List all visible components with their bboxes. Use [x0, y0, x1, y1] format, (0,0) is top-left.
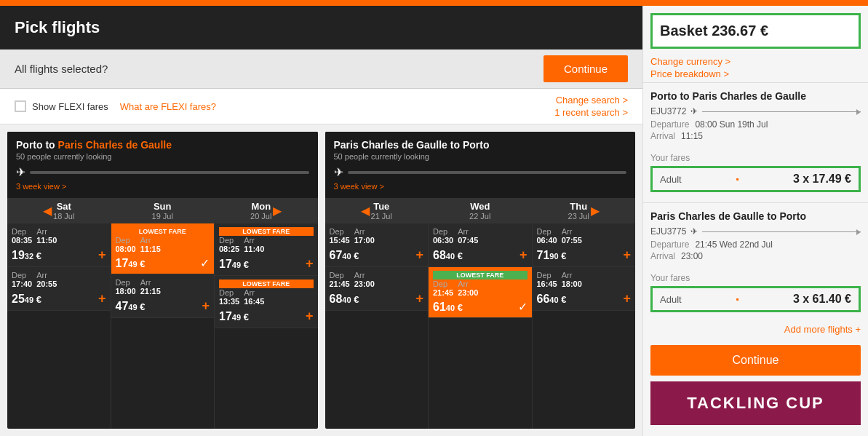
flight-slot-1-0-1[interactable]: Dep21:45 Arr23:00 6840 € + [325, 267, 429, 311]
nav-right-1-2[interactable]: ▶ [591, 204, 600, 218]
options-bar: Show FLEXI fares What are FLEXI fares? C… [0, 89, 642, 124]
booking-1-flightno: EJU3772 [650, 106, 686, 116]
continue-bottom-button[interactable]: Continue [650, 345, 861, 376]
flight-slot-0-0-0[interactable]: Dep08:35 Arr11:50 1932 € + [7, 223, 111, 267]
add-btn-0-2-0[interactable]: + [306, 256, 314, 271]
booking-2-flightno: EJU3775 [650, 226, 686, 237]
flight-slot-1-1-0[interactable]: Dep06:30 Arr07:45 6840 € + [429, 223, 532, 267]
day-header-1-1: Wed22 Jul [429, 198, 532, 223]
arrival-time-2: 23:00 [681, 251, 703, 261]
flight-slot-0-0-1[interactable]: Dep17:40 Arr20:55 2549 € + [7, 267, 111, 311]
flight-times-1-0-1: Dep21:45 Arr23:00 [330, 271, 424, 288]
recent-search-link[interactable]: 1 recent search > [554, 107, 628, 118]
day-col-0-0: ◀Sat18 Jul Dep08:35 Arr11:50 1932 € + De… [7, 198, 111, 429]
departure-label-1: Departure [650, 119, 689, 130]
fares-1: Your fares Adult ▪ 3 x 17.49 € [643, 150, 868, 199]
lowest-badge-1-1-1: LOWEST FARE [433, 271, 527, 280]
day-header-1-2: Thu23 Jul▶ [533, 198, 636, 223]
fares-2: Your fares Adult ▪ 3 x 61.40 € [643, 270, 868, 320]
flight-times-1-2-0: Dep06:40 Arr07:55 [537, 227, 632, 245]
flight-slot-1-0-0[interactable]: Dep15:45 Arr17:00 6740 € + [325, 223, 429, 267]
day-col-1-2: Thu23 Jul▶ Dep06:40 Arr07:55 7190 € + De… [533, 198, 636, 429]
change-search-link[interactable]: Change search > [556, 95, 628, 106]
check-icon-1-1-1: ✓ [518, 300, 527, 314]
flight-price-1-0-0: 6740 € + [330, 247, 424, 263]
search-links: Change search > 1 recent search > [554, 95, 628, 118]
top-bar [0, 0, 868, 6]
main-layout: Pick flights All flights selected? Conti… [0, 6, 868, 436]
week-view-1[interactable]: 3 week view > [334, 182, 627, 191]
add-btn-1-0-0[interactable]: + [415, 247, 423, 263]
add-btn-1-2-1[interactable]: + [623, 291, 631, 306]
day-col-0-2: Mon20 Jul▶ LOWEST FARE Dep08:25 Arr11:40… [215, 198, 318, 429]
booking-2-flight-info: EJU3775 ✈ [650, 226, 861, 237]
basket-links: Change currency > Price breakdown > [643, 56, 868, 79]
add-flights-link[interactable]: Add more flights + [643, 320, 868, 339]
arrival-time-1: 11:15 [681, 131, 703, 141]
flexi-checkbox[interactable] [15, 100, 26, 112]
flight-slot-0-2-0[interactable]: LOWEST FARE Dep08:25 Arr11:40 1749 € + [215, 223, 318, 276]
flight-slot-0-2-1[interactable]: LOWEST FARE Dep13:35 Arr16:45 1749 € + [215, 276, 318, 328]
price-breakdown-link[interactable]: Price breakdown > [650, 68, 861, 79]
add-btn-1-2-0[interactable]: + [623, 247, 631, 263]
flight-times-0-0-1: Dep17:40 Arr20:55 [12, 271, 106, 288]
day-header-0-2: Mon20 Jul▶ [215, 198, 318, 223]
plane-bar-0: ✈ [16, 165, 309, 179]
flight-price-1-2-1: 6640 € + [537, 291, 632, 306]
change-currency-link[interactable]: Change currency > [650, 56, 861, 67]
flight-times-1-0-0: Dep15:45 Arr17:00 [330, 227, 424, 245]
flight-price-0-1-1: 4749 € + [116, 298, 210, 314]
flight-slot-1-2-0[interactable]: Dep06:40 Arr07:55 7190 € + [533, 223, 636, 267]
day-name-0-0: Sat18 Jul [53, 201, 74, 221]
day-name-1-2: Thu23 Jul [568, 201, 589, 221]
flight-price-1-1-1: 6140 € ✓ [433, 300, 527, 314]
week-view-0[interactable]: 3 week view > [16, 182, 309, 191]
fares-price-icon-2: ▪ [736, 294, 738, 304]
flexi-what-link[interactable]: What are FLEXI fares? [120, 101, 216, 112]
nav-left-1-0[interactable]: ◀ [361, 204, 370, 218]
days-grid-0: ◀Sat18 Jul Dep08:35 Arr11:50 1932 € + De… [7, 198, 318, 429]
add-btn-0-2-1[interactable]: + [306, 309, 314, 324]
right-panel: Basket 236.67 € Change currency > Price … [642, 6, 868, 436]
booking-1-departure: Departure 08:00 Sun 19th Jul [650, 119, 861, 130]
fares-price-icon-1: ▪ [736, 174, 738, 184]
booking-1-route: Porto to Paris Charles de Gaulle [650, 90, 861, 102]
flight-price-1-2-0: 7190 € + [537, 247, 632, 263]
fares-value-box-2: Adult ▪ 3 x 61.40 € [650, 286, 861, 312]
departure-time-2: 21:45 Wed 22nd Jul [695, 239, 773, 250]
add-btn-0-0-0[interactable]: + [98, 247, 106, 263]
continue-top-button[interactable]: Continue [544, 55, 628, 82]
flight-price-1-0-1: 6840 € + [330, 291, 424, 306]
nav-right-0-2[interactable]: ▶ [273, 204, 282, 218]
flight-line-2 [702, 231, 861, 232]
flight-times-0-1-0: Dep08:00 Arr11:15 [116, 236, 210, 253]
departure-time-1: 08:00 Sun 19th Jul [695, 119, 768, 130]
add-btn-0-1-1[interactable]: + [202, 298, 210, 314]
flight-times-0-2-0: Dep08:25 Arr11:40 [219, 236, 314, 253]
looking-0: 50 people currently looking [16, 152, 309, 161]
flight-times-1-2-1: Dep16:45 Arr18:00 [537, 271, 632, 288]
flight-slot-0-1-0[interactable]: LOWEST FARE Dep08:00 Arr11:15 1749 € ✓ [111, 223, 215, 274]
add-btn-1-0-1[interactable]: + [415, 291, 423, 306]
left-panel: Pick flights All flights selected? Conti… [0, 6, 642, 436]
flight-price-1-1-0: 6840 € + [433, 247, 527, 263]
flight-line-1 [702, 111, 861, 112]
day-name-0-1: Sun19 Jul [152, 201, 173, 221]
booking-2-arrival: Arrival 23:00 [650, 251, 861, 261]
flight-slot-0-1-1[interactable]: Dep18:00 Arr21:15 4749 € + [111, 274, 215, 318]
plane-icon-0: ✈ [16, 165, 25, 179]
day-col-0-1: Sun19 Jul LOWEST FARE Dep08:00 Arr11:15 … [111, 198, 215, 429]
nav-left-0-0[interactable]: ◀ [43, 204, 52, 218]
flight-slot-1-2-1[interactable]: Dep16:45 Arr18:00 6640 € + [533, 267, 636, 311]
add-btn-1-1-0[interactable]: + [519, 247, 527, 263]
day-col-1-1: Wed22 Jul Dep06:30 Arr07:45 6840 € + LOW… [429, 198, 533, 429]
flight-price-0-0-1: 2549 € + [12, 291, 106, 306]
day-name-1-0: Tue21 Jul [371, 201, 392, 221]
fares-value-box-1: Adult ▪ 3 x 17.49 € [650, 166, 861, 192]
fares-label-1: Your fares [650, 153, 861, 163]
day-header-1-0: ◀Tue21 Jul [325, 198, 429, 223]
flight-price-0-2-0: 1749 € + [219, 256, 314, 271]
progress-bar-1 [348, 171, 627, 174]
flight-slot-1-1-1[interactable]: LOWEST FARE Dep21:45 Arr23:00 6140 € ✓ [429, 267, 532, 318]
add-btn-0-0-1[interactable]: + [98, 291, 106, 306]
